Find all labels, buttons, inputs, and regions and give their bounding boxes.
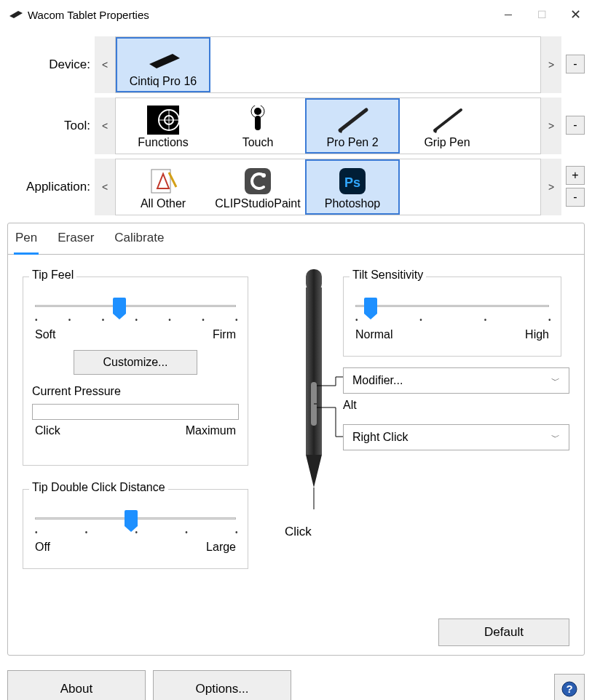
about-button[interactable]: About [7, 670, 146, 700]
pen-icon [429, 104, 465, 136]
svg-rect-17 [245, 168, 271, 194]
double-click-title: Tip Double Click Distance [29, 481, 168, 494]
window-title: Wacom Tablet Properties [28, 9, 492, 21]
tool-item-label: Functions [138, 136, 188, 149]
current-pressure-label: Current Pressure [32, 385, 239, 398]
tablet-icon [145, 43, 181, 75]
tool-label: Tool: [7, 119, 95, 133]
tip-feel-group: Tip Feel Soft Firm Customize... Current … [23, 277, 248, 466]
tool-item-touch[interactable]: Touch [210, 98, 305, 154]
svg-rect-9 [255, 116, 261, 130]
tool-next-button[interactable]: > [541, 98, 561, 154]
device-remove-button[interactable]: - [566, 55, 585, 73]
app-list: All Other CLIPStudioPaint Ps Photoshop [115, 159, 541, 215]
pen-upper-button-label: Modifier... [352, 374, 403, 387]
tool-item-label: Pro Pen 2 [326, 136, 378, 149]
tip-feel-low-label: Soft [35, 328, 55, 341]
help-button[interactable]: ? [554, 674, 585, 700]
tab-eraser[interactable]: Eraser [56, 228, 95, 254]
all-other-icon [147, 165, 179, 197]
device-item-cintiq[interactable]: Cintiq Pro 16 [116, 37, 210, 92]
pen-lower-button-label: Right Click [352, 431, 408, 444]
pen-upper-button-dropdown[interactable]: Modifier... ﹀ [343, 367, 569, 394]
tool-item-pro-pen-2[interactable]: Pro Pen 2 [305, 98, 400, 154]
device-prev-button[interactable]: < [95, 36, 115, 93]
pen-tip-label: Click [285, 525, 312, 539]
pen-upper-button-sublabel: Alt [343, 399, 357, 412]
tilt-low-label: Normal [355, 328, 393, 341]
svg-marker-1 [149, 54, 180, 68]
tool-prev-button[interactable]: < [95, 98, 115, 154]
functions-icon [147, 104, 179, 136]
chevron-down-icon: ﹀ [551, 431, 560, 444]
tip-feel-title: Tip Feel [29, 269, 76, 282]
app-next-button[interactable]: > [541, 159, 561, 215]
tip-feel-slider[interactable] [35, 298, 236, 324]
app-item-label: CLIPStudioPaint [215, 197, 300, 210]
app-add-button[interactable]: + [566, 166, 585, 185]
svg-text:Ps: Ps [344, 175, 360, 190]
tool-item-grip-pen[interactable]: Grip Pen [400, 98, 494, 154]
options-button[interactable]: Options... [153, 670, 291, 700]
clip-studio-icon [243, 165, 272, 197]
tool-remove-button[interactable]: - [566, 116, 585, 135]
application-label: Application: [7, 180, 95, 194]
app-item-all-other[interactable]: All Other [116, 159, 210, 215]
close-button[interactable]: ✕ [559, 0, 592, 29]
customize-button[interactable]: Customize... [74, 350, 197, 375]
svg-point-7 [254, 108, 261, 115]
device-item-label: Cintiq Pro 16 [130, 75, 197, 88]
tilt-slider[interactable] [355, 298, 549, 324]
maximize-button[interactable]: ☐ [525, 0, 559, 29]
touch-icon [247, 104, 269, 136]
app-remove-button[interactable]: - [566, 188, 585, 207]
tilt-group: Tilt Sensitivity Normal High [343, 277, 561, 357]
app-item-clip-studio[interactable]: CLIPStudioPaint [210, 159, 305, 215]
tilt-title: Tilt Sensitivity [350, 269, 426, 282]
current-pressure-bar [32, 404, 239, 420]
pen-icon [334, 104, 371, 136]
tool-item-functions[interactable]: Functions [116, 98, 210, 154]
chevron-down-icon: ﹀ [551, 375, 560, 387]
help-icon: ? [561, 680, 578, 698]
svg-line-12 [435, 110, 461, 130]
svg-text:?: ? [566, 683, 572, 695]
pressure-high-label: Maximum [186, 424, 236, 437]
tip-feel-high-label: Firm [213, 328, 236, 341]
tool-item-label: Grip Pen [424, 136, 470, 149]
app-item-label: All Other [141, 197, 186, 210]
device-label: Device: [7, 57, 95, 72]
double-click-slider[interactable] [35, 510, 236, 536]
tab-calibrate[interactable]: Calibrate [113, 228, 165, 254]
device-list: Cintiq Pro 16 [115, 36, 541, 93]
tab-pen[interactable]: Pen [14, 228, 39, 255]
svg-line-10 [340, 110, 366, 130]
pen-lower-button-dropdown[interactable]: Right Click ﹀ [343, 424, 569, 450]
app-item-label: Photoshop [325, 197, 381, 210]
tool-item-label: Touch [242, 136, 274, 149]
photoshop-icon: Ps [338, 165, 367, 197]
svg-marker-0 [9, 11, 23, 18]
tilt-high-label: High [525, 328, 549, 341]
default-button[interactable]: Default [438, 619, 569, 646]
double-click-group: Tip Double Click Distance Off Large [23, 489, 248, 569]
device-next-button[interactable]: > [541, 36, 561, 93]
pressure-low-label: Click [35, 424, 60, 437]
tool-list: Functions Touch Pro Pen 2 Grip Pen [115, 98, 541, 154]
app-icon [7, 8, 23, 21]
svg-point-18 [261, 173, 266, 178]
app-item-photoshop[interactable]: Ps Photoshop [305, 159, 400, 215]
app-prev-button[interactable]: < [95, 159, 115, 215]
minimize-button[interactable]: ─ [492, 0, 525, 29]
double-click-high-label: Large [206, 541, 236, 554]
double-click-low-label: Off [35, 541, 50, 554]
svg-marker-23 [306, 455, 322, 488]
